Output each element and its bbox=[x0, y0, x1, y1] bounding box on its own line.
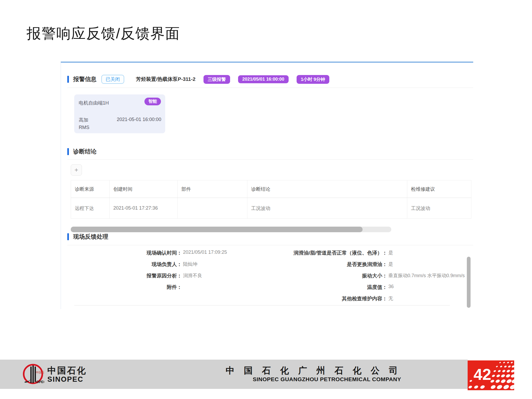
col-header-conclusion: 诊断结论 bbox=[247, 180, 407, 198]
field-value: 润滑不良 bbox=[183, 272, 202, 279]
field-value: 是 bbox=[388, 250, 393, 256]
cell-source: 远程下达 bbox=[71, 198, 110, 219]
page-number-block: 42 bbox=[468, 360, 514, 390]
cell-component bbox=[178, 198, 247, 219]
alarm-info-section-header: 报警信息 已关闭 芳烃装置/热载体泵P-311-2 三级报警 2021/05/0… bbox=[67, 75, 329, 84]
vertical-scrollbar-thumb[interactable] bbox=[467, 257, 471, 308]
cell-suggestion: 工况波动 bbox=[407, 198, 471, 219]
diagnosis-table: 诊断来源 创建时间 部件 诊断结论 检维修建议 远程下达 2021-05-01 … bbox=[71, 180, 471, 219]
divider bbox=[67, 245, 473, 245]
alarm-metric-label: RMS bbox=[79, 125, 89, 130]
field-value: 垂直振动0.7mm/s 水平振动0.9mm/s bbox=[388, 272, 465, 279]
alarm-time-badge: 2021/05/01 16:00:00 bbox=[238, 75, 289, 83]
form-row-cause: 报警原因分析： 润滑不良 bbox=[74, 272, 227, 284]
table-row[interactable]: 远程下达 2021-05-01 17:27:36 工况波动 工况波动 bbox=[71, 198, 471, 219]
col-header-source: 诊断来源 bbox=[71, 180, 110, 198]
sinopec-logo-icon: 中国石化 OPEC bbox=[21, 363, 44, 386]
divider bbox=[74, 305, 450, 306]
diagnosis-section-header: 诊断结论 bbox=[67, 147, 97, 156]
horizontal-scrollbar-thumb[interactable] bbox=[71, 227, 363, 232]
horizontal-scrollbar-track[interactable] bbox=[71, 227, 391, 232]
form-row-attachment: 附件： bbox=[74, 284, 227, 295]
form-row-vibration: 振动大小： 垂直振动0.7mm/s 水平振动0.9mm/s bbox=[266, 272, 465, 284]
cell-conclusion: 工况波动 bbox=[247, 198, 407, 219]
slide: 报警响应反馈/反馈界面 报警信息 已关闭 芳烃装置/热载体泵P-311-2 三级… bbox=[0, 0, 532, 399]
form-row-temperature: 温度值： 36 bbox=[266, 284, 465, 295]
measure-point-name: 电机自由端1H bbox=[79, 100, 109, 106]
company-name-cn: 中 国 石 化 广 州 石 化 公 司 bbox=[226, 365, 401, 376]
col-header-suggestion: 检维修建议 bbox=[407, 180, 471, 198]
alarm-info-title: 报警信息 bbox=[73, 75, 97, 83]
smart-badge: 智能 bbox=[144, 98, 161, 105]
page-title: 报警响应反馈/反馈界面 bbox=[27, 24, 180, 43]
feedback-section-header: 现场反馈处理 bbox=[67, 232, 108, 241]
col-header-created: 创建时间 bbox=[110, 180, 178, 198]
sinopec-logo-group: 中国石化 OPEC 中国石化 SINOPEC bbox=[21, 363, 87, 386]
field-label: 报警原因分析： bbox=[74, 272, 182, 279]
form-row-responsible: 现场负责人： 陆灿坤 bbox=[74, 261, 227, 272]
section-accent-bar bbox=[67, 233, 69, 240]
diagnosis-table-header-row: 诊断来源 创建时间 部件 诊断结论 检维修建议 bbox=[71, 180, 471, 198]
alarm-duration-badge: 1小时 9分钟 bbox=[297, 75, 330, 84]
feedback-form-left: 现场确认时间： 2021/05/01 17:09:25 现场负责人： 陆灿坤 报… bbox=[74, 250, 227, 295]
feedback-form-right: 润滑油/脂/管道是否正常（液位、色泽）： 是 是否更换润滑油： 是 振动大小： … bbox=[266, 250, 465, 307]
alarm-type-label: 高加 bbox=[79, 117, 88, 123]
field-label: 现场确认时间： bbox=[74, 250, 182, 256]
field-label: 现场负责人： bbox=[74, 261, 182, 268]
divider bbox=[67, 159, 473, 160]
page-number: 42 bbox=[473, 365, 491, 384]
alarm-level-badge: 三级报警 bbox=[203, 75, 230, 84]
alarm-point-card[interactable]: 电机自由端1H 智能 高加 2021-05-01 16:00:00 RMS bbox=[74, 94, 165, 133]
form-row-lubrication-ok: 润滑油/脂/管道是否正常（液位、色泽）： 是 bbox=[266, 250, 465, 261]
field-value: 36 bbox=[388, 284, 394, 289]
section-accent-bar bbox=[67, 148, 69, 155]
field-value: 是 bbox=[388, 261, 393, 267]
field-value: 无 bbox=[388, 295, 393, 302]
field-label: 是否更换润滑油： bbox=[266, 261, 387, 268]
form-row-oil-changed: 是否更换润滑油： 是 bbox=[266, 261, 465, 272]
footer-bar: 中国石化 OPEC 中国石化 SINOPEC 中 国 石 化 广 州 石 化 公… bbox=[0, 360, 468, 389]
field-value: 陆灿坤 bbox=[183, 261, 197, 267]
field-value: 2021/05/01 17:09:25 bbox=[183, 250, 227, 255]
field-label: 其他检查维护内容： bbox=[266, 295, 387, 302]
logo-en-label: SINOPEC bbox=[47, 375, 87, 383]
field-label: 附件： bbox=[74, 284, 182, 291]
app-screenshot-frame: 报警信息 已关闭 芳烃装置/热载体泵P-311-2 三级报警 2021/05/0… bbox=[61, 62, 473, 309]
field-label: 振动大小： bbox=[266, 272, 387, 279]
svg-text:OPEC: OPEC bbox=[36, 380, 44, 384]
section-accent-bar bbox=[67, 76, 69, 83]
cell-created: 2021-05-01 17:27:36 bbox=[110, 198, 178, 219]
col-header-component: 部件 bbox=[178, 180, 247, 198]
field-label: 润滑油/脂/管道是否正常（液位、色泽）： bbox=[266, 250, 387, 256]
alarm-status-badge: 已关闭 bbox=[101, 75, 124, 84]
alarm-device-name: 芳烃装置/热载体泵P-311-2 bbox=[136, 76, 196, 83]
form-row-confirm-time: 现场确认时间： 2021/05/01 17:09:25 bbox=[74, 250, 227, 261]
field-label: 温度值： bbox=[266, 284, 387, 291]
add-diagnosis-button[interactable]: + bbox=[71, 164, 82, 176]
company-name-en: SINOPEC GUANGZHOU PETROCHEMICAL COMPANY bbox=[226, 376, 401, 383]
logo-cn-label: 中国石化 bbox=[47, 366, 87, 375]
alarm-time-label: 2021-05-01 16:00:00 bbox=[117, 117, 161, 122]
company-name-block: 中 国 石 化 广 州 石 化 公 司 SINOPEC GUANGZHOU PE… bbox=[226, 365, 401, 383]
feedback-title: 现场反馈处理 bbox=[73, 233, 108, 241]
diagnosis-title: 诊断结论 bbox=[73, 148, 97, 156]
sinopec-logo-text: 中国石化 SINOPEC bbox=[47, 366, 87, 383]
divider bbox=[67, 88, 473, 88]
svg-text:中国石化: 中国石化 bbox=[36, 371, 44, 374]
